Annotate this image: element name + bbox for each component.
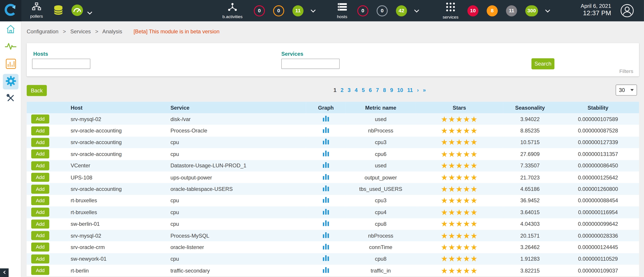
add-button[interactable]: Add <box>31 138 49 147</box>
sidebar-item-home[interactable] <box>0 21 21 38</box>
page-size-select[interactable]: 30 <box>616 85 637 96</box>
pagination-page[interactable]: 9 <box>390 87 393 93</box>
graph-icon[interactable] <box>323 244 329 250</box>
metric-cell: output_power <box>346 172 416 183</box>
seasonality-cell: 7.33507 <box>503 160 557 171</box>
add-button[interactable]: Add <box>31 220 49 229</box>
filters-toggle[interactable]: Filters <box>619 68 633 74</box>
hosts-menu[interactable]: hosts <box>330 2 355 19</box>
graph-icon[interactable] <box>323 232 329 238</box>
add-button[interactable]: Add <box>31 255 49 263</box>
centreon-logo[interactable] <box>0 0 21 21</box>
add-button[interactable]: Add <box>31 161 49 170</box>
page-size-value: 30 <box>619 87 625 93</box>
table-row: Addsrv-oracle-accountingProcess-Oraclenb… <box>27 125 639 136</box>
add-button[interactable]: Add <box>31 115 49 123</box>
sidebar-collapse-button[interactable] <box>0 269 9 277</box>
user-icon[interactable] <box>620 4 634 19</box>
star-rating: ★★★★★ <box>441 196 478 205</box>
pagination-page[interactable]: 10 <box>397 87 403 93</box>
status-badge[interactable]: 10 <box>467 5 478 16</box>
pagination-page[interactable]: 7 <box>376 87 379 93</box>
service-cell: Datastore-Usage-LUN-PROD_1 <box>170 160 306 171</box>
pagination-page[interactable]: 11 <box>407 87 413 93</box>
ba-menu[interactable]: b.activities <box>214 2 252 19</box>
sidebar-item-administration[interactable] <box>0 90 21 108</box>
sidebar-item-monitoring[interactable] <box>0 38 21 56</box>
table-row: Addsw-newyork-01cpucpu8★★★★★1.912830.000… <box>27 253 639 265</box>
add-button[interactable]: Add <box>31 149 49 158</box>
graph-icon[interactable] <box>323 139 329 145</box>
main-content: Configuration > Services > Analysis [Bet… <box>21 21 644 277</box>
sidebar-item-configuration[interactable] <box>0 73 21 90</box>
search-button[interactable]: Search <box>531 58 554 69</box>
table-row: AddUPS-108ups-output-poweroutput_power★★… <box>27 172 639 183</box>
add-button[interactable]: Add <box>31 231 49 240</box>
add-button[interactable]: Add <box>31 266 49 275</box>
analysis-table-body: Addsrv-mysql-02disk-/varused★★★★★3.94022… <box>27 113 639 276</box>
add-button[interactable]: Add <box>31 243 49 252</box>
graph-icon[interactable] <box>323 186 329 191</box>
graph-icon[interactable] <box>323 127 329 133</box>
status-badge[interactable]: 0 <box>273 5 284 16</box>
status-badge[interactable]: 42 <box>396 5 407 16</box>
chevron-down-icon[interactable] <box>310 7 316 14</box>
latency-status-icon[interactable] <box>71 4 83 18</box>
chevron-down-icon[interactable] <box>545 7 550 14</box>
host-cell: srv-mysql-02 <box>70 113 170 125</box>
graph-icon[interactable] <box>323 197 329 203</box>
star-rating: ★★★★★ <box>441 126 478 135</box>
back-button[interactable]: Back <box>27 85 47 96</box>
graph-icon[interactable] <box>323 209 329 215</box>
graph-icon[interactable] <box>323 174 329 180</box>
graph-icon[interactable] <box>323 267 329 273</box>
graph-icon[interactable] <box>323 151 329 156</box>
host-cell: srv-oracle-accounting <box>70 148 170 160</box>
breadcrumb-analysis[interactable]: Analysis <box>102 28 122 35</box>
seasonality-cell: 4.65186 <box>503 183 557 195</box>
table-row: Addsrv-oracle-accountingcpucpu3★★★★★10.5… <box>27 136 639 148</box>
star-rating: ★★★★★ <box>441 266 478 275</box>
status-badge[interactable]: 0 <box>254 5 265 16</box>
sidebar-item-reporting[interactable] <box>0 56 21 73</box>
stability-cell: 0.000000088454 <box>557 195 639 207</box>
status-badge[interactable]: 0 <box>377 5 388 16</box>
pagination-page[interactable]: 2 <box>340 87 344 93</box>
pagination-page[interactable]: 5 <box>362 87 365 93</box>
breadcrumb-configuration[interactable]: Configuration <box>27 28 58 35</box>
column-header-add <box>27 102 70 113</box>
hosts-filter-input[interactable] <box>32 59 90 69</box>
seasonality-cell: 3.82215 <box>503 265 557 276</box>
pagination-next[interactable]: › <box>417 87 419 93</box>
table-row: Addrt-berlintraffic-secondarytraffic_in★… <box>27 265 639 276</box>
services-menu[interactable]: services <box>436 2 465 19</box>
breadcrumb-services[interactable]: Services <box>70 28 91 35</box>
status-badge[interactable]: 11 <box>506 5 517 16</box>
database-status-icon[interactable] <box>52 4 64 18</box>
chevron-down-icon[interactable] <box>87 9 92 16</box>
beta-notice: [Beta] This module is in beta version <box>134 28 220 35</box>
status-badge[interactable]: 11 <box>292 5 304 16</box>
pagination-page[interactable]: 3 <box>348 87 351 93</box>
add-button[interactable]: Add <box>31 208 49 217</box>
status-badge[interactable]: 300 <box>525 5 538 16</box>
services-filter-input[interactable] <box>281 59 340 69</box>
add-button[interactable]: Add <box>31 126 49 135</box>
graph-icon[interactable] <box>323 116 329 121</box>
graph-icon[interactable] <box>323 220 329 226</box>
graph-icon[interactable] <box>323 255 329 261</box>
add-button[interactable]: Add <box>31 184 49 193</box>
add-button[interactable]: Add <box>31 173 49 182</box>
pagination-page[interactable]: 4 <box>355 87 358 93</box>
pagination-page[interactable]: 8 <box>383 87 386 93</box>
pagination-page[interactable]: 6 <box>369 87 372 93</box>
add-button[interactable]: Add <box>31 196 49 205</box>
status-badge[interactable]: 8 <box>486 5 498 16</box>
column-header-metric: Metric name <box>346 102 416 113</box>
graph-icon[interactable] <box>323 162 329 168</box>
pollers-menu[interactable]: pollers <box>26 2 47 18</box>
status-badge[interactable]: 0 <box>358 5 368 16</box>
pagination-page[interactable]: 1 <box>334 87 336 93</box>
chevron-down-icon[interactable] <box>414 7 420 14</box>
pagination-last[interactable]: » <box>423 87 426 93</box>
